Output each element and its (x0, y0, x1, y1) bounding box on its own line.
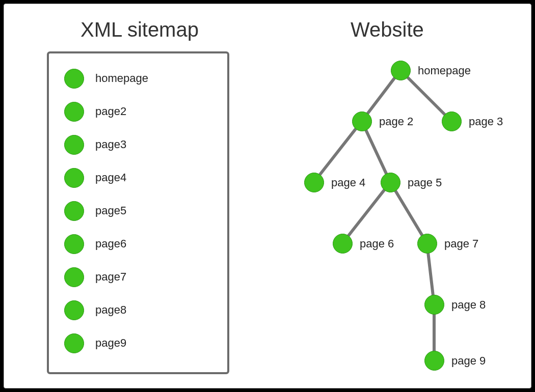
tree-edges (274, 55, 529, 381)
node-icon (304, 173, 324, 192)
sitemap-item: page2 (64, 102, 227, 121)
website-heading: Website (351, 18, 424, 41)
tree-node-label: page 2 (379, 115, 413, 128)
tree-node-label: page 7 (444, 237, 478, 250)
node-icon (391, 61, 411, 80)
tree-node: page 7 (417, 234, 478, 254)
sitemap-item-label: page2 (95, 105, 126, 118)
node-icon (64, 234, 84, 254)
tree-node-label: page 8 (451, 298, 486, 312)
tree-node-label: page 6 (360, 237, 394, 250)
tree-node: page 8 (424, 295, 486, 315)
sitemap-item: homepage (64, 69, 227, 88)
sitemap-item-label: page3 (95, 138, 126, 151)
node-icon (64, 102, 84, 122)
tree-node-label: homepage (418, 64, 471, 77)
node-icon (352, 111, 372, 131)
sitemap-item-label: page6 (95, 237, 126, 250)
sitemap-item: page4 (64, 168, 227, 187)
tree-node: homepage (391, 61, 471, 80)
node-icon (64, 201, 84, 221)
sitemap-item-label: page7 (95, 270, 126, 284)
sitemap-item-label: page5 (95, 204, 126, 217)
tree-node: page 2 (352, 111, 413, 131)
sitemap-box: homepage page2 page3 page4 page5 page6 (47, 51, 229, 374)
tree-node: page 9 (424, 351, 486, 371)
sitemap-list: homepage page2 page3 page4 page5 page6 (49, 53, 227, 353)
sitemap-item: page7 (64, 267, 227, 287)
tree-node: page 3 (442, 111, 503, 131)
tree-node: page 4 (304, 173, 365, 192)
diagram-canvas: XML sitemap Website homepage page2 page3… (4, 4, 531, 388)
sitemap-item-label: page4 (95, 171, 126, 184)
sitemap-item: page3 (64, 135, 227, 154)
node-icon (64, 69, 84, 89)
sitemap-heading: XML sitemap (81, 18, 199, 41)
node-icon (424, 295, 444, 315)
sitemap-item: page9 (64, 333, 227, 353)
node-icon (424, 351, 444, 371)
website-tree: homepagepage 2page 3page 4page 5page 6pa… (274, 55, 529, 381)
tree-node-label: page 5 (408, 176, 442, 189)
node-icon (64, 168, 84, 188)
node-icon (442, 111, 462, 131)
sitemap-item-label: page8 (95, 303, 126, 317)
node-icon (333, 234, 353, 254)
sitemap-item-label: page9 (95, 337, 126, 350)
tree-node-label: page 9 (451, 354, 486, 368)
tree-node-label: page 3 (469, 115, 503, 128)
tree-node-label: page 4 (331, 176, 365, 189)
node-icon (381, 173, 400, 192)
sitemap-item-label: homepage (95, 72, 148, 85)
node-icon (64, 300, 84, 320)
tree-node: page 5 (381, 173, 442, 192)
sitemap-item: page8 (64, 300, 227, 320)
node-icon (64, 267, 84, 287)
node-icon (417, 234, 437, 254)
sitemap-item: page6 (64, 234, 227, 254)
node-icon (64, 135, 84, 155)
node-icon (64, 333, 84, 353)
tree-node: page 6 (333, 234, 394, 254)
sitemap-item: page5 (64, 201, 227, 220)
